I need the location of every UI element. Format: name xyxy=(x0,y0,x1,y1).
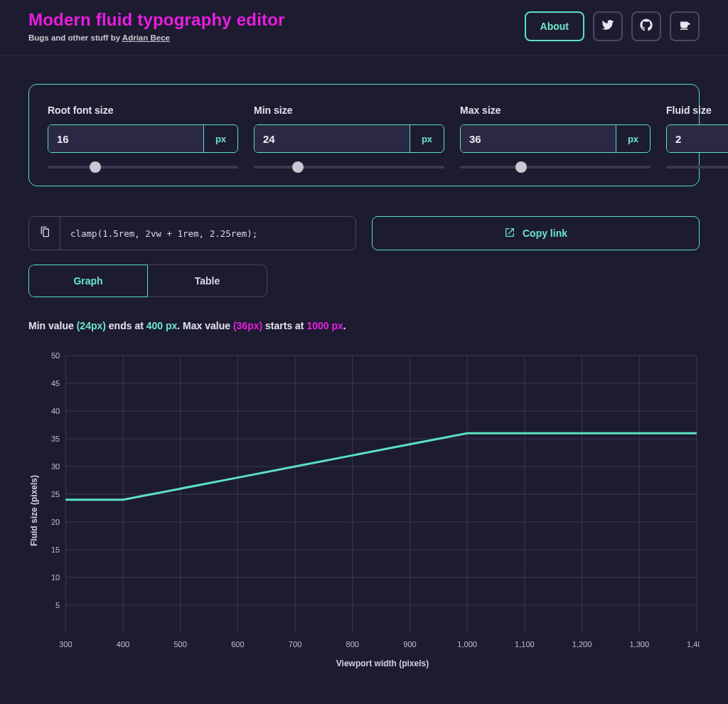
svg-text:1,000: 1,000 xyxy=(457,640,477,649)
code-box: clamp(1.5rem, 2vw + 1rem, 2.25rem); xyxy=(28,216,356,250)
max-size-field: Max size px xyxy=(460,105,651,169)
y-axis-label: Fluid size (pixels) xyxy=(28,353,40,668)
chart-svg: 5101520253035404550300400500600700800900… xyxy=(40,353,700,651)
svg-text:5: 5 xyxy=(55,601,60,609)
svg-text:400: 400 xyxy=(117,640,129,649)
coffee-icon xyxy=(678,18,691,33)
summary-max-px: (36px) xyxy=(233,320,262,331)
inputs-panel: Root font size px Min size px Max size xyxy=(28,84,700,186)
about-button[interactable]: About xyxy=(525,11,584,41)
fluid-size-field: Fluid size vw xyxy=(666,105,728,169)
max-slider-thumb[interactable] xyxy=(515,161,527,173)
svg-text:20: 20 xyxy=(51,518,60,526)
coffee-button[interactable] xyxy=(670,11,700,41)
copy-link-label: Copy link xyxy=(523,228,567,239)
subtitle-prefix: Bugs and other stuff by xyxy=(28,33,122,42)
max-input[interactable] xyxy=(461,125,616,152)
page-title: Modern fluid typography editor xyxy=(28,10,285,30)
max-label: Max size xyxy=(460,105,651,116)
svg-text:500: 500 xyxy=(173,640,186,649)
max-unit: px xyxy=(616,125,650,152)
min-slider[interactable] xyxy=(254,166,444,169)
header-left: Modern fluid typography editor Bugs and … xyxy=(28,10,285,42)
summary-text: starts at xyxy=(262,320,306,331)
svg-text:40: 40 xyxy=(51,407,60,415)
svg-text:45: 45 xyxy=(51,379,60,388)
min-label: Min size xyxy=(254,105,444,116)
min-slider-thumb[interactable] xyxy=(292,161,304,173)
root-font-size-field: Root font size px xyxy=(48,105,238,169)
svg-text:30: 30 xyxy=(51,462,60,471)
root-slider-thumb[interactable] xyxy=(90,161,101,173)
svg-text:10: 10 xyxy=(51,573,60,582)
max-slider[interactable] xyxy=(460,166,651,169)
chart: Fluid size (pixels) 51015202530354045503… xyxy=(28,353,700,668)
main: Root font size px Min size px Max size xyxy=(0,55,728,683)
tab-graph[interactable]: Graph xyxy=(28,265,148,297)
code-output: clamp(1.5rem, 2vw + 1rem, 2.25rem); xyxy=(60,217,267,250)
svg-text:600: 600 xyxy=(231,640,244,649)
svg-text:1,300: 1,300 xyxy=(629,640,649,649)
root-input[interactable] xyxy=(48,125,203,152)
fluid-slider[interactable] xyxy=(666,166,728,169)
header-right: About xyxy=(525,11,700,41)
author-link[interactable]: Adrian Bece xyxy=(122,33,170,42)
svg-text:15: 15 xyxy=(51,545,60,554)
twitter-icon xyxy=(601,18,614,33)
svg-text:1,100: 1,100 xyxy=(515,640,535,649)
summary-min-px: (24px) xyxy=(77,320,106,331)
min-size-field: Min size px xyxy=(254,105,444,169)
fluid-input[interactable] xyxy=(667,125,728,152)
svg-text:25: 25 xyxy=(51,490,60,498)
chart-area: 5101520253035404550300400500600700800900… xyxy=(40,353,700,668)
output-row: clamp(1.5rem, 2vw + 1rem, 2.25rem); Copy… xyxy=(28,216,700,250)
summary-text: ends at xyxy=(106,320,146,331)
subtitle: Bugs and other stuff by Adrian Bece xyxy=(28,33,285,42)
summary-min-vp: 400 px xyxy=(146,320,178,331)
svg-text:300: 300 xyxy=(59,640,72,649)
summary-text: Min value xyxy=(28,320,77,331)
svg-text:800: 800 xyxy=(346,640,359,649)
root-label: Root font size xyxy=(48,105,238,116)
summary-line: Min value (24px) ends at 400 px. Max val… xyxy=(28,320,700,331)
fluid-label: Fluid size xyxy=(666,105,728,116)
tab-table[interactable]: Table xyxy=(148,265,267,297)
github-icon xyxy=(640,18,653,33)
min-input[interactable] xyxy=(255,125,410,152)
svg-text:1,200: 1,200 xyxy=(572,640,592,649)
twitter-button[interactable] xyxy=(593,11,623,41)
clipboard-icon xyxy=(39,226,50,240)
y-axis-label-text: Fluid size (pixels) xyxy=(29,475,39,546)
copy-code-button[interactable] xyxy=(29,217,60,250)
github-button[interactable] xyxy=(631,11,661,41)
summary-text: . Max value xyxy=(177,320,233,331)
summary-max-vp: 1000 px xyxy=(306,320,343,331)
summary-text: . xyxy=(343,320,346,331)
svg-text:35: 35 xyxy=(51,434,60,443)
copy-link-button[interactable]: Copy link xyxy=(372,216,700,250)
share-icon xyxy=(504,227,515,240)
x-axis-label: Viewport width (pixels) xyxy=(65,658,700,668)
min-unit: px xyxy=(410,125,444,152)
svg-text:1,400: 1,400 xyxy=(687,640,700,649)
svg-text:900: 900 xyxy=(403,640,416,649)
root-unit: px xyxy=(203,125,237,152)
header: Modern fluid typography editor Bugs and … xyxy=(0,0,728,55)
root-slider[interactable] xyxy=(48,166,238,169)
svg-text:50: 50 xyxy=(51,353,60,360)
svg-text:700: 700 xyxy=(289,640,301,649)
view-tabs: Graph Table xyxy=(28,265,267,297)
